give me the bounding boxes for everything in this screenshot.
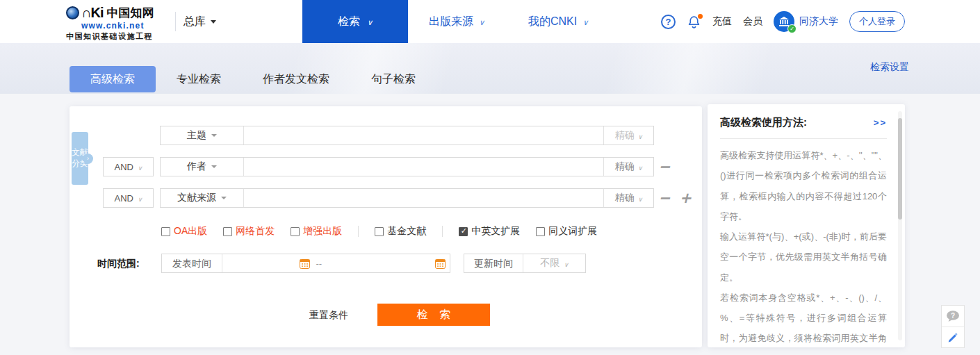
checkbox-cn-en-extension[interactable]: 中英文扩展 <box>459 225 520 238</box>
checkbox-icon <box>536 227 545 236</box>
tab-professional-search[interactable]: 专业检索 <box>156 66 242 92</box>
update-time-value[interactable]: 不限 <box>523 257 585 270</box>
checkbox-synonym-extension[interactable]: 同义词扩展 <box>536 225 597 238</box>
nav-item-search[interactable]: 检索 <box>302 0 408 43</box>
checkbox-label: 增强出版 <box>303 225 342 238</box>
update-time-selector[interactable]: 更新时间 <box>464 254 523 272</box>
time-range-row: 时间范围: 发表时间 -- <box>70 254 702 273</box>
divider <box>442 226 443 237</box>
feedback-button[interactable]: ? <box>942 306 964 327</box>
calendar-icon[interactable] <box>435 258 446 269</box>
checkbox-label: 同义词扩展 <box>548 225 597 238</box>
search-settings-link[interactable]: 检索设置 <box>870 61 909 74</box>
field-selector[interactable]: 作者 <box>161 158 244 176</box>
filter-checkbox-row: OA出版 网络首发 增强出版 基金文献 中英文扩展 同义词扩展 <box>161 224 597 238</box>
search-row: AND 作者 精确 <box>70 157 702 176</box>
notifications-button[interactable] <box>687 15 701 29</box>
add-row-icon[interactable] <box>680 189 692 207</box>
chevron-down-icon <box>138 193 142 204</box>
checkbox-checked-icon <box>459 227 468 236</box>
operator-selector[interactable]: AND <box>103 188 154 208</box>
search-submit-button[interactable]: 检 索 <box>377 304 490 326</box>
institution-account[interactable]: ✓ 同济大学 <box>774 11 838 32</box>
publish-time-selector[interactable]: 发表时间 <box>162 254 222 272</box>
calendar-icon[interactable] <box>300 258 310 269</box>
field-label: 文献来源 <box>177 192 216 204</box>
field-selector[interactable]: 主题 <box>161 126 244 145</box>
advanced-search-form-card: 文献分类 › 主题 精确 AND <box>70 106 702 347</box>
caret-down-icon <box>211 134 217 137</box>
checkbox-icon <box>291 227 300 236</box>
checkbox-enhanced-publish[interactable]: 增强出版 <box>291 225 342 238</box>
member-link[interactable]: 会员 <box>743 15 762 28</box>
checkbox-online-first[interactable]: 网络首发 <box>223 225 275 238</box>
nav-item-publications[interactable]: 出版来源 <box>429 0 484 43</box>
time-range-label: 时间范围: <box>97 254 140 273</box>
match-label: 精确 <box>615 192 635 204</box>
checkbox-icon <box>375 227 384 236</box>
remove-row-icon[interactable] <box>658 189 671 207</box>
chevron-down-icon <box>479 15 484 28</box>
field-label: 作者 <box>187 160 206 173</box>
date-from-input[interactable] <box>222 254 300 272</box>
tab-author-search[interactable]: 作者发文检索 <box>242 66 350 92</box>
match-selector[interactable]: 精确 <box>603 126 653 145</box>
search-row: AND 文献来源 精确 <box>70 188 702 208</box>
match-label: 精确 <box>615 160 635 173</box>
tab-sentence-search[interactable]: 句子检索 <box>350 66 436 92</box>
hub-dropdown[interactable]: 总库 <box>183 0 216 43</box>
cnki-logo[interactable]: ∩Ki 中国知网 www.cnki.net 中国知识基础设施工程 <box>66 5 154 40</box>
update-time-box: 更新时间 不限 <box>464 254 586 273</box>
operator-label: AND <box>114 162 133 172</box>
term-box: 文献来源 精确 <box>160 188 654 208</box>
help-panel: 高级检索使用方法: >> 高级检索支持使用运算符*、+、-、''、""、()进行… <box>708 104 905 347</box>
edit-button[interactable] <box>942 327 964 347</box>
checkbox-icon <box>161 227 170 236</box>
institution-name: 同济大学 <box>799 15 838 28</box>
logo-brand: ∩Ki <box>81 5 103 21</box>
checkbox-funded-literature[interactable]: 基金文献 <box>375 225 426 238</box>
question-bubble-icon: ? <box>946 310 960 322</box>
nav-label: 我的CNKI <box>528 15 577 29</box>
operator-selector[interactable]: AND <box>103 157 154 176</box>
notification-dot <box>698 14 703 19</box>
caret-down-icon <box>211 165 217 168</box>
floating-toolbar: ? <box>941 305 965 348</box>
checkbox-label: 基金文献 <box>387 225 426 238</box>
verified-check-icon: ✓ <box>787 24 797 33</box>
search-mode-tabs: 高级检索 专业检索 作者发文检索 句子检索 <box>70 66 436 92</box>
recharge-link[interactable]: 充值 <box>712 15 732 28</box>
checkbox-label: 中英文扩展 <box>471 225 520 238</box>
chevron-down-icon <box>638 130 643 141</box>
search-term-input-3[interactable] <box>244 189 603 207</box>
globe-icon <box>66 6 79 19</box>
chevron-down-icon <box>564 258 569 269</box>
field-selector[interactable]: 文献来源 <box>161 189 244 207</box>
cnki-advanced-search-page: ∩Ki 中国知网 www.cnki.net 中国知识基础设施工程 总库 检索 出… <box>0 0 980 355</box>
match-selector[interactable]: 精确 <box>603 189 653 207</box>
personal-login-button[interactable]: 个人登录 <box>849 11 905 32</box>
checkbox-label: 网络首发 <box>236 225 275 238</box>
nav-item-my-cnki[interactable]: 我的CNKI <box>528 0 588 43</box>
chevron-down-icon <box>138 162 142 172</box>
search-term-input-2[interactable] <box>244 158 603 176</box>
remove-row-icon[interactable] <box>658 158 671 176</box>
checkbox-oa-publish[interactable]: OA出版 <box>161 225 207 238</box>
help-paragraph: 若检索词本身含空格或*、+、-、()、/、%、=等特殊符号，进行多词组合运算时，… <box>720 288 887 347</box>
date-to-input[interactable] <box>325 254 435 272</box>
scrollbar-thumb[interactable] <box>898 118 902 220</box>
match-selector[interactable]: 精确 <box>603 158 653 176</box>
term-box: 作者 精确 <box>160 157 654 176</box>
help-icon[interactable]: ? <box>661 15 676 29</box>
logo-url: www.cnki.net <box>81 22 154 31</box>
checkbox-label: OA出版 <box>174 225 207 238</box>
tab-advanced-search[interactable]: 高级检索 <box>70 66 156 92</box>
logo-slogan: 中国知识基础设施工程 <box>66 32 154 41</box>
search-term-input-1[interactable] <box>244 126 603 145</box>
pencil-icon <box>946 331 960 345</box>
help-more-link[interactable]: >> <box>874 117 887 128</box>
action-row: 重置条件 检 索 <box>70 304 702 326</box>
reset-conditions-button[interactable]: 重置条件 <box>309 304 348 326</box>
search-row: 主题 精确 <box>70 126 702 145</box>
range-separator: -- <box>316 258 322 269</box>
